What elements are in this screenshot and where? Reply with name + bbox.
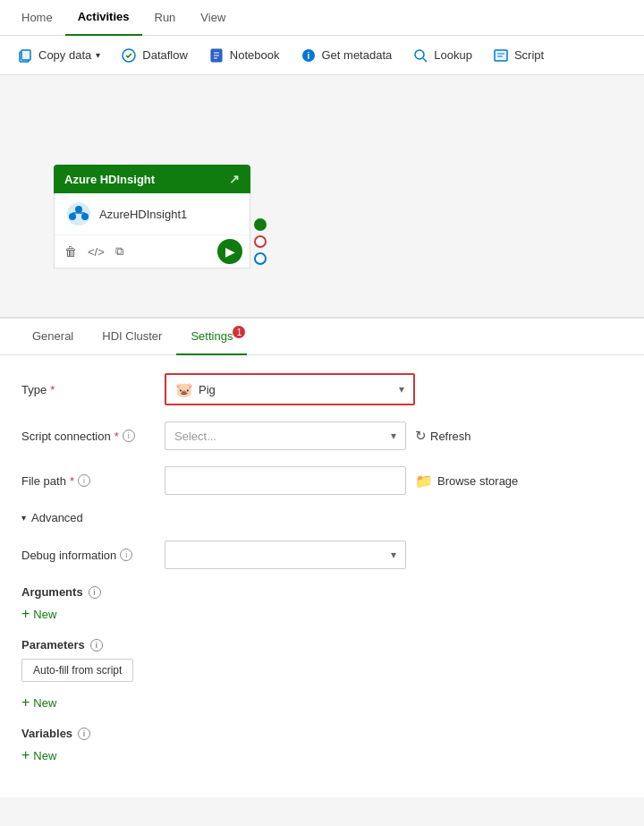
nav-item-run[interactable]: Run (142, 0, 189, 36)
node-copy-button[interactable]: ⧉ (113, 242, 126, 261)
tab-settings[interactable]: Settings 1 (176, 319, 247, 355)
node-run-button[interactable]: ▶ (217, 239, 242, 264)
get-metadata-button[interactable]: i Get metadata (291, 42, 402, 69)
debug-info-arrow: ▾ (391, 549, 396, 561)
advanced-label: Advanced (31, 511, 83, 524)
script-connection-dropdown[interactable]: Select... ▾ (165, 422, 406, 450)
node-header[interactable]: Azure HDInsight ↗ (54, 165, 250, 193)
file-path-info-icon[interactable]: i (78, 474, 90, 487)
dataflow-icon (120, 47, 138, 64)
type-required: * (50, 383, 55, 396)
browse-storage-icon: 📁 (415, 473, 433, 490)
tab-hdi-cluster[interactable]: HDI Cluster (88, 319, 176, 355)
lookup-label: Lookup (434, 48, 472, 62)
nav-item-view[interactable]: View (188, 0, 238, 36)
script-connection-placeholder: Select... (174, 430, 216, 443)
connector-complete[interactable] (254, 252, 267, 265)
node-delete-button[interactable]: 🗑 (62, 242, 80, 261)
copy-data-icon (16, 47, 34, 64)
copy-data-chevron: ▾ (96, 50, 100, 60)
refresh-icon: ↻ (415, 428, 427, 444)
arguments-new-button[interactable]: + New (21, 606, 56, 622)
metadata-label: Get metadata (322, 48, 393, 62)
script-label: Script (514, 48, 544, 62)
advanced-chevron-icon: ▾ (21, 513, 26, 523)
type-row: Type * 🐷 Pig ▾ (21, 373, 623, 405)
notebook-label: Notebook (230, 48, 280, 62)
browse-storage-button[interactable]: 📁 Browse storage (415, 469, 518, 493)
script-connection-label: Script connection * i (21, 430, 165, 443)
svg-rect-1 (21, 50, 30, 60)
parameters-info-icon[interactable]: i (90, 639, 103, 651)
arguments-section: Arguments i + New (21, 585, 623, 622)
variables-info-icon[interactable]: i (78, 728, 90, 740)
notebook-icon (208, 47, 225, 64)
refresh-button[interactable]: ↻ Refresh (415, 424, 471, 447)
script-button[interactable]: Script (483, 42, 553, 69)
arguments-header: Arguments i (21, 585, 623, 599)
advanced-toggle[interactable]: ▾ Advanced (21, 511, 623, 524)
debug-info-row: Debug information i ▾ (21, 541, 623, 569)
dataflow-label: Dataflow (142, 48, 188, 62)
panel-tabs: General HDI Cluster Settings 1 (0, 319, 644, 355)
pig-icon: 🐷 (175, 381, 193, 398)
node-code-button[interactable]: </> (85, 243, 107, 261)
variables-add-icon: + (21, 747, 30, 763)
script-connection-arrow: ▾ (391, 430, 396, 442)
type-value: Pig (199, 383, 216, 396)
script-connection-row: Script connection * i Select... ▾ ↻ Refr… (21, 422, 623, 450)
notebook-button[interactable]: Notebook (199, 42, 289, 69)
nav-item-activities[interactable]: Activities (65, 0, 142, 36)
hdinsight-icon (65, 200, 92, 227)
type-dropdown-wrapper: 🐷 Pig ▾ (165, 373, 623, 405)
file-path-label: File path * i (21, 474, 165, 488)
svg-rect-12 (495, 50, 507, 61)
settings-badge: 1 (233, 326, 245, 338)
svg-point-16 (75, 206, 82, 213)
panel: General HDI Cluster Settings 1 Type * 🐷 … (0, 317, 644, 797)
type-label: Type * (21, 383, 165, 396)
connector-success[interactable] (254, 218, 267, 231)
svg-point-10 (415, 50, 424, 59)
variables-section: Variables i + New (21, 727, 623, 763)
parameters-section: Parameters i Auto-fill from script + New (21, 638, 623, 711)
file-path-required: * (70, 474, 74, 488)
lookup-icon (411, 47, 429, 64)
debug-info-label: Debug information i (21, 549, 165, 562)
node-connectors (254, 218, 267, 265)
auto-fill-button[interactable]: Auto-fill from script (21, 659, 133, 682)
parameters-add-icon: + (21, 694, 30, 711)
svg-line-11 (423, 58, 427, 62)
parameters-header: Parameters i (21, 638, 623, 651)
script-connection-controls: Select... ▾ ↻ Refresh (165, 422, 623, 450)
file-path-controls: 📁 Browse storage (165, 466, 623, 495)
arguments-info-icon[interactable]: i (89, 586, 101, 599)
variables-new-button[interactable]: + New (21, 747, 56, 763)
connector-fail[interactable] (254, 235, 267, 248)
node-body-content: AzureHDInsight1 (55, 193, 250, 234)
debug-info-dropdown[interactable]: ▾ (165, 541, 406, 569)
dataflow-button[interactable]: Dataflow (111, 42, 197, 69)
node-actions: 🗑 </> ⧉ ▶ (55, 234, 250, 268)
toolbar: Copy data ▾ Dataflow Notebook i Get meta… (0, 36, 644, 75)
script-icon (492, 47, 510, 64)
arguments-add-icon: + (21, 606, 30, 622)
type-dropdown[interactable]: 🐷 Pig ▾ (165, 373, 415, 405)
debug-info-icon[interactable]: i (120, 549, 132, 561)
type-dropdown-arrow: ▾ (399, 383, 404, 396)
node-expand-icon: ↗ (229, 172, 240, 186)
file-path-input[interactable] (165, 466, 406, 495)
top-nav: Home Activities Run View (0, 0, 644, 36)
copy-data-button[interactable]: Copy data ▾ (7, 42, 109, 69)
nav-item-home[interactable]: Home (9, 0, 65, 36)
panel-content: Type * 🐷 Pig ▾ Script connection * i (0, 355, 644, 797)
tab-general[interactable]: General (18, 319, 88, 355)
parameters-new-button[interactable]: + New (21, 694, 56, 711)
node-title: Azure HDInsight (64, 173, 155, 186)
metadata-icon: i (300, 47, 318, 64)
script-connection-required: * (114, 430, 119, 443)
lookup-button[interactable]: Lookup (402, 42, 481, 69)
variables-header: Variables i (21, 727, 623, 740)
file-path-row: File path * i 📁 Browse storage (21, 466, 623, 495)
script-connection-info-icon[interactable]: i (123, 430, 135, 442)
